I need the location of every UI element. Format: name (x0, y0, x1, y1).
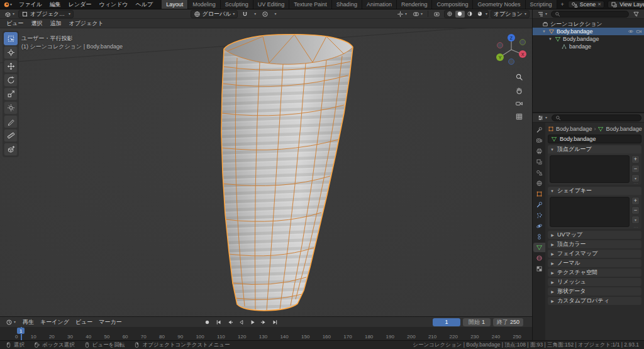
properties-tab[interactable] (533, 136, 545, 145)
collapsed-panel-header[interactable]: ▶ カスタムプロパティ (548, 297, 641, 305)
properties-tab[interactable] (533, 243, 545, 252)
proportional-falloff-dropdown[interactable]: ▾ (272, 10, 278, 18)
options-dropdown[interactable]: オプション ▾ (491, 10, 530, 18)
snap-settings-dropdown[interactable]: ▾ (252, 10, 258, 18)
remove-vertex-group-button[interactable]: − (631, 165, 640, 173)
tool-button[interactable] (4, 143, 18, 156)
axis-neg-x-handle[interactable] (497, 43, 503, 48)
properties-tab[interactable] (533, 168, 545, 177)
properties-tab[interactable] (533, 179, 545, 188)
workspace-tab[interactable]: Scripting (526, 0, 557, 9)
workspace-tab[interactable]: Sculpting (221, 0, 253, 9)
outliner-editor-type-button[interactable]: ▾ (535, 10, 549, 18)
transport-button[interactable] (225, 318, 235, 326)
transport-button[interactable] (236, 318, 246, 326)
properties-tab[interactable] (533, 264, 545, 274)
workspace-tab[interactable]: Modeling (188, 0, 221, 9)
projection-toggle-button[interactable] (514, 112, 524, 121)
overlays-dropdown[interactable]: ▾ (411, 10, 425, 18)
viewport-menu-item[interactable]: オブジェクト (65, 19, 107, 28)
navigation-gizmo[interactable]: Z X Y (494, 31, 528, 67)
outliner-filter-button[interactable] (631, 10, 641, 18)
mode-dropdown[interactable]: オブジェクトモード ▾ (18, 10, 74, 18)
shape-keys-list[interactable] (550, 197, 630, 227)
tool-button[interactable] (4, 101, 18, 114)
add-vertex-group-button[interactable]: + (631, 155, 640, 163)
properties-tab[interactable] (533, 157, 545, 167)
add-shape-key-button[interactable]: + (631, 197, 640, 205)
workspace-tab[interactable]: Geometry Nodes (473, 0, 525, 9)
topbar-menu-item[interactable]: ファイル (15, 0, 46, 9)
outliner-row[interactable]: bandage (533, 43, 644, 50)
transport-button[interactable] (213, 318, 223, 326)
tool-button[interactable] (4, 60, 18, 73)
transport-button[interactable] (247, 318, 257, 326)
tool-button[interactable] (4, 32, 18, 45)
transport-button[interactable] (258, 318, 269, 326)
expand-arrow-icon[interactable]: ▼ (541, 30, 547, 33)
collapsed-panel-header[interactable]: ▶ 形状データ (548, 287, 641, 296)
expand-arrow-icon[interactable]: ▼ (548, 37, 553, 41)
workspace-tab[interactable]: Animation (362, 0, 397, 9)
vertex-groups-panel-header[interactable]: ▼ 頂点グループ (548, 145, 641, 153)
workspace-tab[interactable]: Layout (162, 0, 188, 9)
collapsed-panel-header[interactable]: ▶ フェイスマップ (548, 250, 641, 258)
workspace-tab[interactable]: Texture Paint (289, 0, 332, 9)
shading-wireframe-button[interactable] (445, 11, 455, 18)
properties-tab[interactable] (533, 200, 545, 209)
xray-toggle-button[interactable] (431, 10, 442, 18)
eye-icon[interactable] (628, 28, 634, 35)
transport-button[interactable] (202, 318, 212, 326)
properties-tab[interactable] (533, 253, 545, 263)
outliner-row[interactable]: ▼ Body.bandage (533, 28, 644, 35)
collapsed-panel-header[interactable]: ▶ UVマップ (548, 231, 641, 239)
properties-editor-type-button[interactable]: ▾ (535, 114, 549, 122)
collapsed-panel-header[interactable]: ▶ テクスチャ空間 (548, 269, 641, 277)
vertex-groups-list[interactable] (550, 155, 630, 183)
shading-material-button[interactable] (465, 11, 475, 18)
properties-search-input[interactable] (552, 114, 641, 121)
blender-logo-icon[interactable]: ▾ (0, 0, 15, 9)
viewport-pan-button[interactable] (514, 86, 524, 95)
workspace-tab[interactable]: UV Editing (253, 0, 290, 9)
snap-toggle-button[interactable] (240, 10, 250, 18)
properties-tab[interactable] (533, 125, 545, 135)
tool-button[interactable] (4, 87, 18, 101)
current-frame-field[interactable]: 1 (433, 318, 460, 326)
timeline-ruler[interactable]: 0102030405060708090100110120130140150160… (0, 327, 532, 340)
workspace-tab[interactable]: Rendering (397, 0, 433, 9)
viewport-3d[interactable]: ユーザー・平行投影 (1) シーンコレクション | Body.bandage Z… (0, 28, 532, 316)
editor-type-button[interactable]: ▾ (3, 10, 16, 18)
outliner-search-input[interactable] (551, 11, 629, 18)
viewport-menu-item[interactable]: 選択 (27, 19, 46, 28)
properties-tab[interactable] (533, 147, 545, 156)
outliner-row[interactable]: シーンコレクション (533, 20, 644, 28)
timeline-menu-item[interactable]: キーイング (37, 318, 72, 326)
properties-tab[interactable] (533, 232, 545, 241)
tool-button[interactable] (4, 46, 18, 59)
outliner-row[interactable]: ▼ Body.bandage (533, 35, 644, 43)
workspace-tab[interactable]: Shading (332, 0, 362, 9)
frame-start-field[interactable]: 開始1 (463, 318, 491, 326)
data-name-field[interactable]: Body.bandage (548, 135, 641, 143)
collapsed-panel-header[interactable]: ▶ リメッシュ (548, 278, 641, 286)
viewport-menu-item[interactable]: ビュー (3, 19, 27, 28)
topbar-menu-item[interactable]: ヘルプ (132, 0, 157, 9)
unlink-scene-icon[interactable]: ✕ (597, 2, 601, 7)
viewport-menu-item[interactable]: 追加 (46, 19, 65, 28)
shading-rendered-button[interactable] (475, 11, 485, 18)
transport-button[interactable] (270, 318, 280, 326)
properties-tab[interactable] (533, 211, 545, 220)
timeline-editor-type-button[interactable]: ▾ (4, 318, 18, 326)
view-layer-selector[interactable]: View Layer ✕ (608, 1, 644, 8)
timeline-menu-item[interactable]: ビュー (72, 318, 96, 326)
timeline-menu-item[interactable]: 再生 (19, 318, 37, 326)
workspace-tab[interactable]: Compositing (432, 0, 473, 9)
frame-end-field[interactable]: 終了250 (493, 318, 523, 326)
scene-selector[interactable]: Scene ✕ (568, 1, 604, 8)
mesh-body-bandage[interactable] (221, 35, 353, 311)
shading-solid-button[interactable] (455, 11, 465, 18)
remove-shape-key-button[interactable]: − (631, 206, 640, 214)
axis-neg-z-handle[interactable] (509, 59, 514, 65)
tool-button[interactable] (4, 74, 18, 87)
